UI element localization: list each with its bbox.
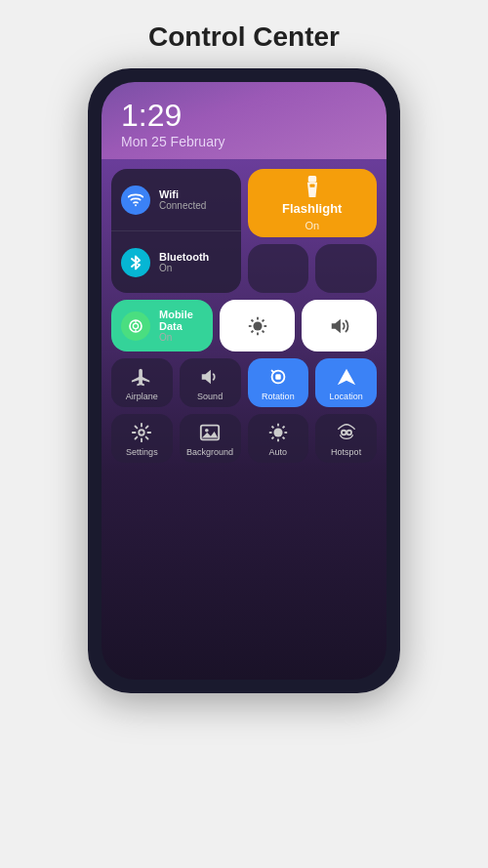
row-3: Airplane Sound (111, 358, 377, 407)
svg-line-32 (282, 437, 284, 439)
phone-screen: 1:29 Mon 25 February (102, 82, 386, 680)
wifi-icon-circle (121, 186, 150, 215)
svg-marker-25 (202, 432, 219, 437)
airplane-label: Airplane (126, 392, 158, 401)
location-label: Location (330, 392, 363, 401)
mobile-data-icon (128, 318, 143, 334)
row-1: Wifi Connected Bluetooth On (111, 169, 377, 293)
svg-point-22 (140, 430, 145, 435)
flashlight-label: Flashlight (282, 201, 342, 216)
bluetooth-label: Bluetooth (159, 251, 209, 263)
svg-point-36 (346, 431, 351, 435)
hotspot-label: Hotspot (331, 447, 361, 457)
tile-settings[interactable]: Settings (111, 414, 173, 463)
mobile-data-status: On (159, 332, 203, 343)
settings-icon (131, 422, 152, 443)
tile-flashlight[interactable]: Flashlight On (248, 169, 378, 237)
flashlight-status: On (305, 220, 319, 231)
mobile-data-label: Mobile Data (159, 309, 203, 332)
svg-marker-17 (331, 318, 340, 333)
tile-hotspot[interactable]: Hotspot (315, 414, 377, 463)
row-4: Settings Background (111, 414, 377, 463)
mobile-data-labels: Mobile Data On (159, 309, 203, 343)
svg-line-14 (262, 330, 264, 332)
tile-background[interactable]: Background (180, 414, 241, 463)
svg-marker-21 (337, 369, 354, 386)
tile-mobile-data[interactable]: Mobile Data On (111, 300, 213, 351)
wifi-label: Wifi (159, 188, 206, 200)
bluetooth-icon-circle (121, 248, 150, 277)
svg-line-16 (262, 319, 264, 321)
svg-point-8 (253, 321, 262, 330)
svg-point-35 (342, 431, 346, 435)
tile-volume[interactable] (302, 300, 377, 351)
background-label: Background (186, 447, 233, 457)
auto-icon (267, 422, 289, 443)
bluetooth-status: On (159, 263, 209, 273)
tile-dark-2[interactable] (315, 244, 377, 293)
svg-point-0 (135, 204, 137, 206)
svg-line-31 (271, 426, 273, 428)
rotation-icon (267, 366, 289, 388)
flashlight-icon (303, 176, 322, 197)
bluetooth-item[interactable]: Bluetooth On (111, 231, 241, 293)
settings-label: Settings (126, 447, 158, 457)
tile-location[interactable]: Location (315, 358, 377, 407)
svg-point-5 (133, 323, 138, 328)
sound-icon (199, 366, 221, 388)
tile-auto[interactable]: Auto (248, 414, 309, 463)
controls-area: Wifi Connected Bluetooth On (102, 159, 386, 680)
mobile-data-icon-circle (121, 311, 150, 341)
phone-frame: 1:29 Mon 25 February (88, 68, 400, 693)
location-icon (336, 366, 357, 388)
tile-airplane[interactable]: Airplane (111, 358, 173, 407)
bluetooth-icon (129, 255, 142, 270)
volume-icon (329, 315, 350, 337)
svg-point-24 (205, 429, 209, 433)
svg-rect-3 (309, 184, 314, 186)
wifi-item[interactable]: Wifi Connected (111, 169, 241, 231)
auto-label: Auto (269, 447, 288, 457)
clock-time: 1:29 (121, 100, 367, 131)
tile-sound[interactable]: Sound (180, 358, 241, 407)
wifi-status: Connected (159, 200, 206, 211)
bluetooth-labels: Bluetooth On (159, 251, 209, 273)
tile-rotation[interactable]: Rotation (248, 358, 309, 407)
svg-point-26 (273, 428, 282, 436)
svg-rect-1 (308, 176, 316, 183)
sound-label: Sound (197, 392, 223, 401)
status-bar: 1:29 Mon 25 February (102, 82, 386, 159)
wifi-icon (128, 192, 143, 208)
brightness-icon (247, 315, 268, 337)
airplane-icon (131, 366, 152, 388)
svg-line-15 (251, 330, 253, 332)
rotation-label: Rotation (262, 392, 295, 401)
row-2: Mobile Data On (111, 300, 377, 351)
page-title: Control Center (148, 21, 340, 53)
svg-line-33 (271, 437, 273, 439)
tile-wifi-bluetooth[interactable]: Wifi Connected Bluetooth On (111, 169, 241, 293)
tile-brightness[interactable] (220, 300, 295, 351)
background-icon (199, 422, 221, 443)
hotspot-icon (336, 422, 357, 443)
tile-dark-1[interactable] (248, 244, 309, 293)
svg-marker-18 (202, 370, 211, 385)
svg-line-34 (282, 426, 284, 428)
clock-date: Mon 25 February (121, 134, 367, 149)
wifi-labels: Wifi Connected (159, 188, 206, 211)
svg-rect-20 (275, 374, 281, 380)
svg-line-13 (251, 319, 253, 321)
